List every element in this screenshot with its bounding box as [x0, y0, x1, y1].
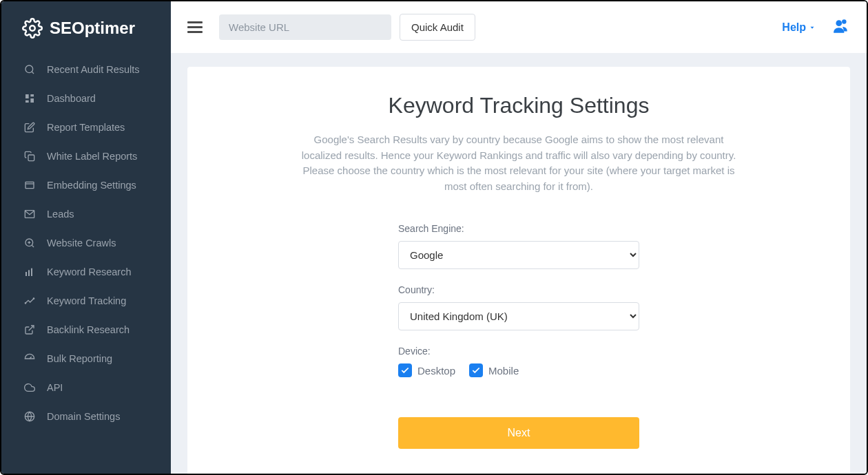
sidebar-item-label: Embedding Settings [47, 180, 136, 191]
settings-card: Keyword Tracking Settings Google's Searc… [187, 67, 850, 474]
chart-icon [23, 266, 36, 278]
search-engine-select[interactable]: Google [398, 241, 639, 269]
users-icon[interactable] [832, 17, 850, 38]
svg-point-19 [33, 298, 34, 299]
sidebar-item-label: Domain Settings [47, 411, 120, 422]
svg-rect-15 [25, 272, 27, 276]
topbar: Quick Audit Help [171, 1, 867, 53]
sidebar-item-label: White Label Reports [47, 151, 137, 162]
gear-icon [22, 18, 43, 39]
sidebar-item-backlink[interactable]: Backlink Research [1, 315, 171, 344]
sidebar-item-keyword-tracking[interactable]: Keyword Tracking [1, 286, 171, 315]
svg-point-26 [842, 19, 847, 24]
gauge-icon [23, 352, 36, 365]
chevron-down-icon [809, 24, 816, 31]
svg-line-20 [29, 326, 34, 330]
svg-rect-8 [25, 182, 34, 188]
check-icon [400, 366, 410, 375]
sidebar-item-label: Dashboard [47, 93, 96, 104]
help-label: Help [782, 21, 806, 34]
desktop-checkbox-label: Desktop [417, 365, 455, 377]
main: Quick Audit Help Keyword Tracking Settin… [171, 1, 867, 474]
svg-rect-4 [30, 94, 34, 96]
check-icon [471, 366, 481, 375]
quick-audit-button[interactable]: Quick Audit [400, 14, 475, 41]
sidebar-item-label: Website Crawls [47, 237, 116, 249]
svg-point-18 [25, 303, 25, 304]
mail-icon [23, 208, 36, 220]
sidebar-item-label: Leads [47, 209, 74, 220]
embed-icon [23, 179, 36, 191]
search-engine-label: Search Engine: [398, 223, 639, 234]
sidebar-item-label: Keyword Research [47, 266, 132, 277]
sidebar-item-label: Bulk Reporting [47, 353, 112, 364]
page-description: Google's Search Results vary by country … [298, 132, 739, 194]
country-select[interactable]: United Kingdom (UK) [398, 302, 639, 330]
mobile-checkbox-label: Mobile [488, 365, 519, 377]
sidebar-item-label: Backlink Research [47, 324, 130, 335]
svg-line-2 [32, 72, 34, 74]
cloud-icon [23, 381, 36, 394]
sidebar-item-bulk-reporting[interactable]: Bulk Reporting [1, 344, 171, 373]
sidebar-item-domain-settings[interactable]: Domain Settings [1, 402, 171, 431]
next-button[interactable]: Next [398, 417, 639, 449]
svg-rect-6 [25, 101, 29, 103]
page-title: Keyword Tracking Settings [229, 93, 809, 118]
sidebar-item-leads[interactable]: Leads [1, 200, 171, 229]
url-input[interactable] [219, 14, 391, 40]
sidebar-item-api[interactable]: API [1, 373, 171, 402]
content: Keyword Tracking Settings Google's Searc… [171, 53, 867, 474]
grid-icon [23, 92, 36, 105]
svg-point-25 [836, 20, 842, 26]
svg-rect-7 [28, 155, 34, 161]
svg-rect-16 [28, 270, 30, 276]
sidebar-item-label: Recent Audit Results [47, 64, 140, 75]
svg-rect-17 [31, 268, 32, 276]
sidebar-item-dashboard[interactable]: Dashboard [1, 84, 171, 113]
logo[interactable]: SEOptimer [1, 11, 171, 55]
country-label: Country: [398, 284, 639, 295]
sidebar-item-website-crawls[interactable]: Website Crawls [1, 229, 171, 257]
search-icon [23, 63, 36, 76]
trend-icon [23, 295, 36, 307]
globe-icon [23, 410, 36, 423]
sidebar-item-label: Keyword Tracking [47, 295, 126, 306]
help-dropdown[interactable]: Help [782, 21, 816, 34]
copy-icon [23, 150, 36, 162]
menu-toggle-button[interactable] [187, 21, 203, 33]
sidebar-item-label: Report Templates [47, 122, 125, 133]
device-label: Device: [398, 346, 639, 357]
sidebar-item-label: API [47, 382, 63, 393]
svg-point-1 [25, 65, 33, 73]
logo-text: SEOptimer [50, 19, 135, 38]
svg-rect-5 [30, 98, 34, 103]
svg-marker-24 [811, 26, 814, 28]
settings-form: Search Engine: Google Country: United Ki… [398, 223, 639, 449]
sidebar: SEOptimer Recent Audit Results Dashboard… [1, 1, 171, 474]
sidebar-item-white-label[interactable]: White Label Reports [1, 142, 171, 171]
sidebar-item-recent-audit[interactable]: Recent Audit Results [1, 55, 171, 84]
svg-rect-3 [25, 94, 29, 98]
external-icon [23, 324, 36, 336]
desktop-checkbox[interactable] [398, 363, 412, 377]
zoom-icon [23, 237, 36, 249]
sidebar-item-report-templates[interactable]: Report Templates [1, 113, 171, 142]
sidebar-item-embedding[interactable]: Embedding Settings [1, 171, 171, 200]
svg-point-0 [30, 25, 35, 31]
mobile-checkbox[interactable] [469, 363, 483, 377]
sidebar-item-keyword-research[interactable]: Keyword Research [1, 257, 171, 286]
svg-line-12 [32, 245, 34, 247]
edit-icon [23, 121, 36, 134]
